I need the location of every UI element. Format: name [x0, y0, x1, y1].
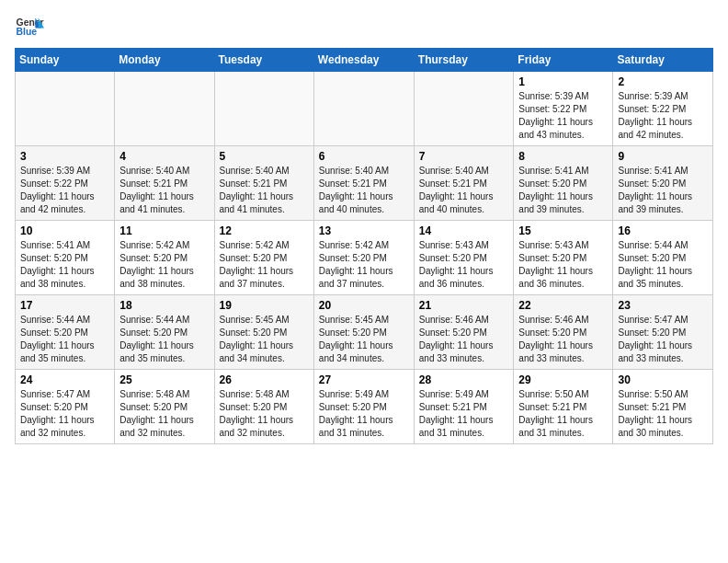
weekday-header: Saturday	[613, 49, 713, 72]
day-number: 9	[618, 150, 708, 163]
calendar-week-row: 24Sunrise: 5:47 AM Sunset: 5:20 PM Dayli…	[16, 370, 713, 444]
day-number: 25	[119, 373, 209, 386]
calendar-cell: 19Sunrise: 5:45 AM Sunset: 5:20 PM Dayli…	[214, 295, 313, 370]
calendar-cell: 11Sunrise: 5:42 AM Sunset: 5:20 PM Dayli…	[115, 221, 214, 295]
day-number: 2	[618, 75, 708, 88]
day-info: Sunrise: 5:46 AM Sunset: 5:20 PM Dayligh…	[419, 314, 509, 365]
day-info: Sunrise: 5:40 AM Sunset: 5:21 PM Dayligh…	[419, 165, 509, 216]
day-number: 10	[20, 224, 109, 237]
day-number: 7	[419, 150, 509, 163]
calendar-cell: 3Sunrise: 5:39 AM Sunset: 5:22 PM Daylig…	[16, 146, 115, 221]
day-info: Sunrise: 5:44 AM Sunset: 5:20 PM Dayligh…	[618, 239, 708, 291]
day-info: Sunrise: 5:39 AM Sunset: 5:22 PM Dayligh…	[618, 90, 708, 142]
weekday-header: Wednesday	[313, 49, 414, 72]
day-info: Sunrise: 5:40 AM Sunset: 5:21 PM Dayligh…	[319, 165, 409, 216]
day-number: 6	[319, 150, 409, 163]
day-number: 5	[220, 150, 309, 163]
day-info: Sunrise: 5:44 AM Sunset: 5:20 PM Dayligh…	[119, 314, 209, 365]
calendar-cell	[313, 72, 414, 146]
calendar-cell: 30Sunrise: 5:50 AM Sunset: 5:21 PM Dayli…	[613, 370, 713, 444]
day-number: 21	[419, 299, 509, 312]
calendar-cell: 24Sunrise: 5:47 AM Sunset: 5:20 PM Dayli…	[16, 370, 115, 444]
calendar-cell: 25Sunrise: 5:48 AM Sunset: 5:20 PM Dayli…	[115, 370, 214, 444]
day-info: Sunrise: 5:49 AM Sunset: 5:20 PM Dayligh…	[319, 388, 409, 440]
day-info: Sunrise: 5:45 AM Sunset: 5:20 PM Dayligh…	[319, 314, 409, 365]
calendar-cell: 14Sunrise: 5:43 AM Sunset: 5:20 PM Dayli…	[414, 221, 514, 295]
day-info: Sunrise: 5:41 AM Sunset: 5:20 PM Dayligh…	[518, 165, 608, 216]
calendar-cell	[414, 72, 514, 146]
day-number: 3	[20, 150, 109, 163]
calendar-cell: 28Sunrise: 5:49 AM Sunset: 5:21 PM Dayli…	[414, 370, 514, 444]
calendar-cell: 17Sunrise: 5:44 AM Sunset: 5:20 PM Dayli…	[16, 295, 115, 370]
day-number: 30	[618, 373, 708, 386]
day-info: Sunrise: 5:50 AM Sunset: 5:21 PM Dayligh…	[518, 388, 608, 440]
day-info: Sunrise: 5:45 AM Sunset: 5:20 PM Dayligh…	[220, 314, 309, 365]
calendar-table: SundayMondayTuesdayWednesdayThursdayFrid…	[15, 48, 713, 444]
day-number: 24	[20, 373, 109, 386]
day-info: Sunrise: 5:47 AM Sunset: 5:20 PM Dayligh…	[618, 314, 708, 365]
calendar-cell: 27Sunrise: 5:49 AM Sunset: 5:20 PM Dayli…	[313, 370, 414, 444]
day-info: Sunrise: 5:41 AM Sunset: 5:20 PM Dayligh…	[618, 165, 708, 216]
calendar-week-row: 17Sunrise: 5:44 AM Sunset: 5:20 PM Dayli…	[16, 295, 713, 370]
logo: General Blue	[15, 15, 44, 40]
day-info: Sunrise: 5:39 AM Sunset: 5:22 PM Dayligh…	[518, 90, 608, 142]
calendar-week-row: 1Sunrise: 5:39 AM Sunset: 5:22 PM Daylig…	[16, 72, 713, 146]
day-number: 16	[618, 224, 708, 237]
calendar-cell: 26Sunrise: 5:48 AM Sunset: 5:20 PM Dayli…	[214, 370, 313, 444]
weekday-header-row: SundayMondayTuesdayWednesdayThursdayFrid…	[16, 49, 713, 72]
day-info: Sunrise: 5:42 AM Sunset: 5:20 PM Dayligh…	[220, 239, 309, 291]
calendar-cell: 8Sunrise: 5:41 AM Sunset: 5:20 PM Daylig…	[514, 146, 613, 221]
day-number: 18	[119, 299, 209, 312]
day-number: 27	[319, 373, 409, 386]
day-info: Sunrise: 5:48 AM Sunset: 5:20 PM Dayligh…	[220, 388, 309, 440]
day-number: 29	[518, 373, 608, 386]
day-info: Sunrise: 5:48 AM Sunset: 5:20 PM Dayligh…	[119, 388, 209, 440]
day-number: 22	[518, 299, 608, 312]
svg-text:Blue: Blue	[17, 27, 38, 37]
day-info: Sunrise: 5:40 AM Sunset: 5:21 PM Dayligh…	[220, 165, 309, 216]
calendar-cell	[16, 72, 115, 146]
weekday-header: Monday	[115, 49, 214, 72]
weekday-header: Friday	[514, 49, 613, 72]
calendar-cell: 5Sunrise: 5:40 AM Sunset: 5:21 PM Daylig…	[214, 146, 313, 221]
day-info: Sunrise: 5:46 AM Sunset: 5:20 PM Dayligh…	[518, 314, 608, 365]
day-info: Sunrise: 5:42 AM Sunset: 5:20 PM Dayligh…	[319, 239, 409, 291]
calendar-week-row: 3Sunrise: 5:39 AM Sunset: 5:22 PM Daylig…	[16, 146, 713, 221]
day-info: Sunrise: 5:50 AM Sunset: 5:21 PM Dayligh…	[618, 388, 708, 440]
calendar-cell: 9Sunrise: 5:41 AM Sunset: 5:20 PM Daylig…	[613, 146, 713, 221]
day-number: 11	[119, 224, 209, 237]
day-info: Sunrise: 5:42 AM Sunset: 5:20 PM Dayligh…	[119, 239, 209, 291]
day-number: 13	[319, 224, 409, 237]
logo-icon: General Blue	[15, 15, 44, 40]
calendar-cell: 29Sunrise: 5:50 AM Sunset: 5:21 PM Dayli…	[514, 370, 613, 444]
day-info: Sunrise: 5:41 AM Sunset: 5:20 PM Dayligh…	[20, 239, 109, 291]
day-info: Sunrise: 5:44 AM Sunset: 5:20 PM Dayligh…	[20, 314, 109, 365]
weekday-header: Tuesday	[214, 49, 313, 72]
calendar-cell: 23Sunrise: 5:47 AM Sunset: 5:20 PM Dayli…	[613, 295, 713, 370]
calendar-cell: 16Sunrise: 5:44 AM Sunset: 5:20 PM Dayli…	[613, 221, 713, 295]
calendar-cell: 13Sunrise: 5:42 AM Sunset: 5:20 PM Dayli…	[313, 221, 414, 295]
day-info: Sunrise: 5:43 AM Sunset: 5:20 PM Dayligh…	[518, 239, 608, 291]
page-header: General Blue	[15, 15, 713, 40]
calendar-cell: 7Sunrise: 5:40 AM Sunset: 5:21 PM Daylig…	[414, 146, 514, 221]
calendar-cell: 4Sunrise: 5:40 AM Sunset: 5:21 PM Daylig…	[115, 146, 214, 221]
day-info: Sunrise: 5:49 AM Sunset: 5:21 PM Dayligh…	[419, 388, 509, 440]
day-number: 28	[419, 373, 509, 386]
day-number: 1	[518, 75, 608, 88]
day-number: 23	[618, 299, 708, 312]
day-number: 17	[20, 299, 109, 312]
day-info: Sunrise: 5:40 AM Sunset: 5:21 PM Dayligh…	[119, 165, 209, 216]
calendar-week-row: 10Sunrise: 5:41 AM Sunset: 5:20 PM Dayli…	[16, 221, 713, 295]
calendar-cell: 20Sunrise: 5:45 AM Sunset: 5:20 PM Dayli…	[313, 295, 414, 370]
day-number: 26	[220, 373, 309, 386]
calendar-cell: 6Sunrise: 5:40 AM Sunset: 5:21 PM Daylig…	[313, 146, 414, 221]
calendar-cell: 21Sunrise: 5:46 AM Sunset: 5:20 PM Dayli…	[414, 295, 514, 370]
day-info: Sunrise: 5:47 AM Sunset: 5:20 PM Dayligh…	[20, 388, 109, 440]
calendar-cell: 10Sunrise: 5:41 AM Sunset: 5:20 PM Dayli…	[16, 221, 115, 295]
day-number: 8	[518, 150, 608, 163]
day-info: Sunrise: 5:43 AM Sunset: 5:20 PM Dayligh…	[419, 239, 509, 291]
day-number: 20	[319, 299, 409, 312]
weekday-header: Thursday	[414, 49, 514, 72]
day-number: 4	[119, 150, 209, 163]
calendar-cell: 12Sunrise: 5:42 AM Sunset: 5:20 PM Dayli…	[214, 221, 313, 295]
